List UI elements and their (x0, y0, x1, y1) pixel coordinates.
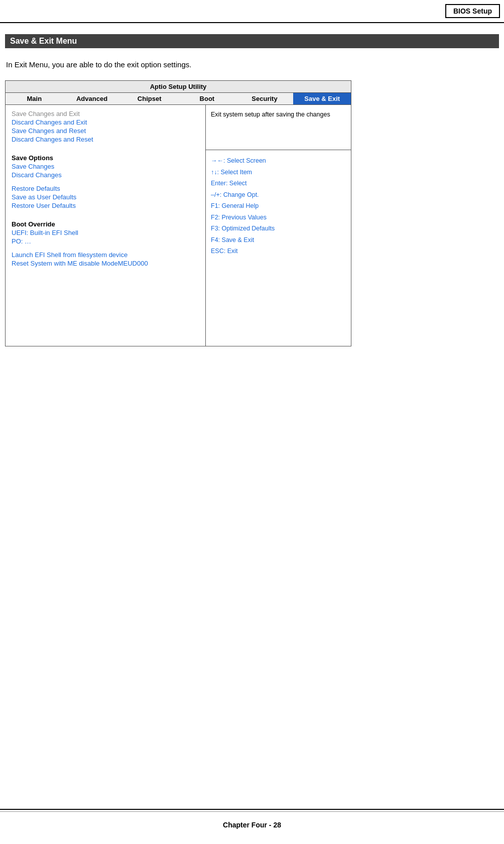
chapter-footer: Chapter Four - 28 (0, 821, 504, 829)
nav-save-exit[interactable]: Save & Exit (293, 93, 351, 104)
right-keyboard-help: →←: Select Screen ↑↓: Select Item Enter:… (206, 150, 351, 262)
kbd-enter: Enter: Select (211, 178, 346, 189)
nav-chipset[interactable]: Chipset (120, 93, 178, 104)
bottom-rule2 (0, 811, 504, 812)
menu-item-restore-defaults[interactable]: Restore Defaults (12, 185, 199, 192)
nav-row: Main Advanced Chipset Boot Security Save… (6, 93, 351, 105)
kbd-change-opt: –/+: Change Opt. (211, 189, 346, 201)
menu-item-reset-me[interactable]: Reset System with ME disable ModeMEUD000 (12, 260, 199, 267)
menu-item-save-changes[interactable]: Save Changes (12, 163, 199, 170)
right-help-text: Exit system setup after saving the chang… (206, 105, 351, 150)
menu-item-discard-exit[interactable]: Discard Changes and Exit (12, 118, 199, 126)
section-title: Save & Exit Menu (5, 34, 499, 48)
menu-item-save-user-defaults[interactable]: Save as User Defaults (12, 193, 199, 201)
kbd-select-item: ↑↓: Select Item (211, 167, 346, 178)
spacer-4 (12, 246, 199, 251)
nav-main[interactable]: Main (6, 93, 63, 104)
menu-item-po[interactable]: PO: … (12, 237, 199, 245)
spacer-2 (12, 180, 199, 185)
spacer-3 (12, 210, 199, 215)
kbd-f4: F4: Save & Exit (211, 234, 346, 246)
intro-paragraph: In Exit Menu, you are able to do the exi… (6, 60, 191, 69)
kbd-esc: ESC: Exit (211, 246, 346, 257)
kbd-f1: F1: General Help (211, 200, 346, 212)
top-rule (0, 22, 504, 23)
menu-item-uefi-shell[interactable]: UEFI: Built-in EFI Shell (12, 229, 199, 236)
kbd-f3: F3: Optimized Defaults (211, 223, 346, 234)
nav-advanced[interactable]: Advanced (63, 93, 121, 104)
nav-security[interactable]: Security (236, 93, 294, 104)
left-pane: Save Changes and Exit Discard Changes an… (6, 105, 206, 346)
kbd-select-screen: →←: Select Screen (211, 155, 346, 167)
menu-item-launch-efi[interactable]: Launch EFI Shell from filesystem device (12, 251, 199, 259)
menu-heading-boot-override: Boot Override (12, 220, 199, 228)
kbd-f2: F2: Previous Values (211, 212, 346, 223)
right-pane: Exit system setup after saving the chang… (206, 105, 351, 346)
bios-utility-table: Aptio Setup Utility Main Advanced Chipse… (5, 80, 351, 346)
menu-item-discard-reset[interactable]: Discard Changes and Reset (12, 136, 199, 143)
menu-item-save-exit[interactable]: Save Changes and Exit (12, 110, 199, 117)
nav-boot[interactable]: Boot (178, 93, 236, 104)
menu-item-discard-changes[interactable]: Discard Changes (12, 171, 199, 179)
spacer-1 (12, 144, 199, 149)
content-area: Save Changes and Exit Discard Changes an… (6, 105, 351, 346)
menu-heading-save-options: Save Options (12, 154, 199, 162)
menu-item-save-reset[interactable]: Save Changes and Reset (12, 127, 199, 135)
bottom-rule (0, 809, 504, 810)
utility-title: Aptio Setup Utility (6, 81, 351, 93)
bios-setup-badge: BIOS Setup (445, 4, 500, 18)
menu-item-restore-user-defaults[interactable]: Restore User Defaults (12, 202, 199, 209)
